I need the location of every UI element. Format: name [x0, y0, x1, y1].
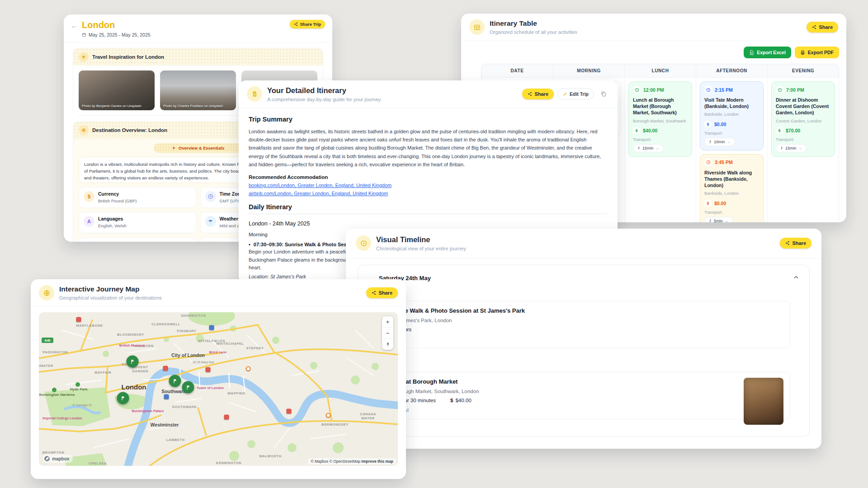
dollar-icon: $ [84, 191, 94, 202]
map-label: SOUTHWARK [172, 405, 197, 409]
export-pdf-button[interactable]: Export PDF [795, 47, 839, 58]
timeline-item-title: Sunrise Walk & Photo Session at St James… [387, 307, 783, 314]
share-button[interactable]: Share [366, 287, 398, 298]
activity-card-lunch[interactable]: 12:00 PM Lunch at Borough Market (Boroug… [628, 81, 692, 157]
map-label: CHELSEA [89, 461, 107, 465]
share-button[interactable]: Share [522, 89, 554, 99]
booking-link[interactable]: booking.com/London, Greater London, Engl… [249, 183, 392, 188]
improve-map-link[interactable]: Improve this map [362, 459, 393, 464]
share-icon [812, 25, 816, 29]
share-button[interactable]: Share [807, 22, 838, 33]
transport-pill[interactable]: 10min [704, 138, 735, 146]
walk-icon [708, 140, 712, 144]
zoom-in-button[interactable]: + [382, 316, 393, 328]
destination-marker-borough-market[interactable] [169, 375, 181, 387]
flag-icon [172, 378, 178, 384]
map-label: S Carriage Dr [73, 404, 92, 407]
arrow-right-icon [725, 219, 729, 222]
printer-icon [800, 50, 805, 55]
timeline-item-title: Lunch at Borough Market [387, 378, 783, 385]
map-label: SHOREDITCH [181, 314, 206, 318]
map-viewport[interactable]: A40 MARYLEBONE PADDINGTON BAYSWATER BLOO… [39, 312, 398, 466]
destination-marker-covent-garden[interactable] [127, 356, 139, 368]
export-excel-button[interactable]: Export Excel [744, 47, 791, 58]
arrow-right-icon [727, 140, 731, 144]
activity-title: Dinner at Dishoom Covent Garden (Covent … [776, 97, 830, 116]
map-label: WAPPING [227, 391, 245, 395]
fork-knife-icon [205, 241, 216, 242]
accommodation-heading: Recommended Accommodation [249, 174, 608, 180]
clock-icon [704, 86, 712, 94]
globe-icon [43, 290, 50, 296]
activity-time: 12:00 PM [643, 87, 664, 93]
walk-icon [637, 146, 641, 150]
transport-label: Transport: [776, 137, 830, 142]
destination-marker-bankside[interactable] [182, 381, 194, 394]
dollar-icon: $ [704, 121, 712, 128]
transport-pill[interactable]: 15min [633, 144, 664, 152]
edit-trip-button[interactable]: Edit Trip [557, 88, 594, 100]
map-label: Imperial College London [42, 416, 82, 420]
poi-marker [224, 415, 229, 420]
timeline-item-photo[interactable] [744, 378, 783, 425]
park-poi-icon [75, 382, 80, 387]
airbnb-link[interactable]: airbnb.com/London, Greater London, Engla… [249, 191, 388, 196]
photo-credit: Photo by Benjamin Davies on Unsplash [82, 104, 142, 108]
umbrella-icon: ☂ [205, 216, 216, 227]
copy-icon[interactable] [598, 88, 609, 100]
activity-card-afternoon-1[interactable]: 2:15 PM Visit Tate Modern (Bankside, Lon… [700, 81, 764, 150]
compass-button[interactable] [382, 339, 393, 350]
activity-title: Visit Tate Modern (Bankside, London) [704, 97, 759, 109]
column-header-date[interactable]: DATE [481, 64, 553, 77]
activity-cost: $40.00 [643, 128, 657, 133]
visual-timeline-card: Visual Timeline Chronological view of yo… [346, 229, 821, 449]
map-label: London [122, 383, 146, 391]
mapbox-logo[interactable]: mapbox [42, 455, 73, 463]
zoom-out-button[interactable]: − [382, 328, 393, 339]
trip-date-range: May 25, 2025 - May 25, 2025 [89, 32, 151, 38]
activity-location: Covent Garden, London [776, 118, 830, 124]
destination-marker-st-james-park[interactable] [117, 392, 129, 404]
transport-pill[interactable]: 15min [776, 144, 807, 152]
table-card-subtitle: Organized schedule of all your activitie… [490, 29, 577, 35]
activity-location: Borough Market, Southwark [633, 118, 688, 124]
column-header-morning[interactable]: MORNING [553, 64, 624, 77]
map-label: BROMPTON [42, 450, 64, 455]
tab-overview-essentials[interactable]: Overview & Essentials [154, 143, 242, 153]
station-marker [164, 394, 169, 399]
cell-evening: 7:00 PM Dinner at Dishoom Covent Garden … [767, 77, 839, 222]
sun-icon [81, 54, 86, 60]
column-header-evening[interactable]: EVENING [767, 64, 839, 77]
map-label: British Museum [119, 343, 145, 347]
share-button[interactable]: Share [780, 238, 811, 249]
trip-title: London [82, 20, 151, 30]
back-arrow-icon[interactable]: ← [71, 22, 78, 29]
fact-languages: A Languages English, Welsh [79, 212, 196, 233]
timeline-item-lunch-borough[interactable]: Lunch at Borough Market Borough Market, … [379, 372, 790, 419]
map-label: Hyde Park [70, 387, 87, 391]
share-icon [785, 241, 790, 245]
timeline-item-location: Borough Market, Southwark, London [394, 389, 479, 394]
fact-best-time: Best Time to Visit Late spring to early … [79, 237, 196, 242]
map-label: WALWORTH [259, 454, 281, 458]
timeline-item-sunrise-walk[interactable]: Sunrise Walk & Photo Session at St James… [379, 301, 790, 348]
timeline-card-subtitle: Chronological view of your entire journe… [376, 246, 466, 251]
walk-icon [780, 146, 783, 150]
inspiration-photo-2[interactable]: Photo by Charles Postiaux on Unsplash [160, 70, 236, 110]
map-label: CLERKENWELL [151, 322, 180, 326]
column-header-lunch[interactable]: LUNCH [624, 64, 696, 77]
activity-card-afternoon-2[interactable]: 3:45 PM Riverside Walk along Thames (Ban… [700, 154, 764, 222]
road-badge: A40 [45, 339, 51, 342]
activity-card-evening[interactable]: 7:00 PM Dinner at Dishoom Covent Garden … [771, 81, 835, 157]
inspiration-photo-1[interactable]: Photo by Benjamin Davies on Unsplash [79, 70, 155, 110]
timeline-day-panel: Saturday 24th May Sunrise Walk & Photo S… [358, 265, 810, 436]
poi-marker [163, 366, 168, 371]
map-label: MAYFAIR [94, 371, 111, 375]
transport-pill[interactable]: 5min [704, 217, 733, 222]
column-header-afternoon[interactable]: AFTERNOON [696, 64, 767, 77]
chevron-up-icon[interactable] [793, 274, 799, 282]
share-trip-button[interactable]: Share Trip [290, 20, 325, 28]
flag-icon [120, 395, 126, 401]
clock-icon [633, 86, 641, 94]
tube-roundel-icon [246, 366, 251, 371]
